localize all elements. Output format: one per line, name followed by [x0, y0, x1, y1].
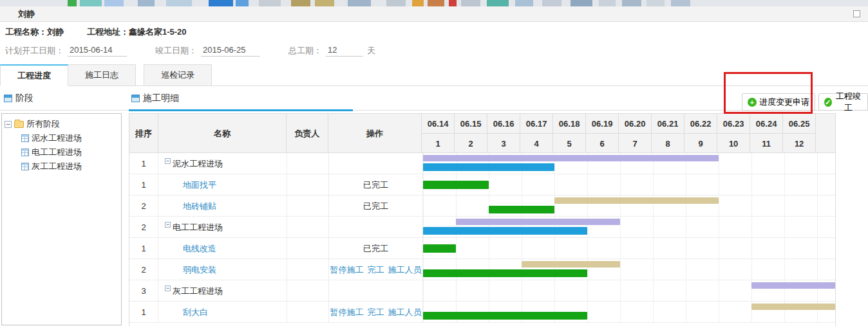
browser-chrome-fragment [428, 0, 444, 6]
task-name-link[interactable]: 地砖铺贴 [183, 201, 216, 212]
operation-link[interactable]: 施工人员 [388, 264, 422, 276]
date-label: 06.23 [717, 114, 750, 134]
window-title: 刘静 [18, 8, 35, 20]
date-label: 06.16 [487, 114, 520, 134]
operation-link[interactable]: 暂停施工 [330, 307, 364, 318]
table-icon [21, 134, 29, 142]
row-sort: 1 [129, 302, 158, 323]
operation-link[interactable]: 施工人员 [388, 307, 422, 318]
browser-chrome-fragment [542, 0, 561, 6]
project-address-label: 工程地址： [87, 27, 129, 37]
duration-input[interactable]: 12 [326, 45, 363, 57]
collapse-icon[interactable]: − [165, 222, 171, 228]
row-operations: 暂停施工完工施工人员 [329, 259, 423, 280]
date-label: 06.22 [684, 114, 717, 134]
operation-link[interactable]: 完工 [368, 264, 384, 276]
task-name-link[interactable]: 电线改造 [183, 243, 216, 255]
date-column-header: 06.207 [619, 114, 652, 152]
day-number-label: 8 [652, 134, 684, 154]
tree-item-label: 灰工工程进场 [32, 161, 82, 172]
row-operations: 已完工 [329, 174, 423, 195]
row-operations: 已完工 [329, 238, 423, 259]
row-name-cell: −电工工程进场 [158, 217, 287, 238]
day-number-label: 11 [750, 134, 782, 154]
day-number-label: 1 [422, 134, 454, 154]
tab-progress[interactable]: 工程进度 [0, 64, 68, 86]
row-operations [329, 217, 423, 238]
browser-chrome-fragment [571, 0, 592, 6]
browser-chrome-fragment [449, 0, 457, 6]
date-column-header: 06.2310 [717, 114, 750, 152]
operation-link[interactable]: 暂停施工 [330, 264, 364, 276]
stage-panel-header: 阶段 [4, 93, 33, 104]
header-filler [816, 114, 835, 152]
tab-bar: 工程进度 施工日志 巡检记录 [0, 64, 868, 86]
panel-header-row: 阶段 施工明细 + 进度变更申请 ✓ 工程竣工 [0, 89, 868, 111]
table-icon [21, 149, 29, 156]
project-completion-button[interactable]: ✓ 工程竣工 [818, 93, 868, 111]
tree-root-all-stages[interactable]: − 所有阶段 [5, 117, 118, 131]
task-name-link[interactable]: 弱电安装 [183, 264, 216, 276]
tree-item-stage[interactable]: 泥水工程进场 [5, 131, 118, 145]
day-number-label: 9 [684, 134, 717, 154]
start-date-label: 计划开工日期： [5, 45, 64, 57]
duration-label: 总工期： [288, 45, 322, 57]
row-name-cell: −灰工工程进场 [158, 280, 287, 302]
gantt-row-area [423, 302, 836, 323]
maximize-icon[interactable] [853, 10, 860, 17]
table-row: 1电线改造已完工 [129, 238, 835, 259]
date-column-header: 06.218 [652, 114, 684, 152]
collapse-icon[interactable]: − [5, 121, 12, 128]
date-label: 06.18 [553, 114, 585, 134]
row-responsible [287, 153, 329, 174]
tab-construction-log[interactable]: 施工日志 [68, 64, 136, 86]
progress-change-request-button[interactable]: + 进度变更申请 [742, 93, 815, 111]
table-header: 排序 名称 负责人 操作 06.14106.15206.16306.17406.… [129, 113, 835, 153]
finish-date-label: 竣工日期： [155, 45, 197, 57]
row-responsible [287, 195, 329, 217]
gantt-bar [423, 244, 456, 253]
finish-date-input[interactable]: 2015-06-25 [201, 45, 260, 57]
plus-icon: + [748, 98, 757, 107]
day-number-label: 2 [455, 134, 487, 154]
gantt-row-area [423, 195, 836, 217]
stage-panel-title: 阶段 [15, 93, 33, 104]
collapse-icon[interactable]: − [165, 158, 171, 164]
status-text: 已完工 [363, 201, 388, 212]
task-name-link[interactable]: 地面找平 [183, 179, 216, 191]
start-date-input[interactable]: 2015-06-14 [68, 45, 127, 57]
tree-item-stage[interactable]: 灰工工程进场 [5, 159, 118, 174]
gantt-row-area [423, 280, 836, 302]
collapse-icon[interactable]: − [165, 285, 171, 291]
detail-panel-header: 施工明细 [131, 93, 179, 104]
gantt-row-area [423, 153, 836, 174]
table-row: 2地砖铺贴已完工 [129, 195, 835, 217]
gantt-row-area [423, 174, 836, 195]
table-row: 1刮大白暂停施工完工施工人员 [129, 302, 835, 323]
task-name-link[interactable]: 刮大白 [183, 307, 208, 318]
row-name-cell: 电线改造 [158, 238, 287, 259]
stage-panel-icon [4, 95, 12, 102]
day-number-label: 3 [487, 134, 520, 154]
gantt-bar [423, 312, 587, 320]
tree-item-stage[interactable]: 电工工程进场 [5, 145, 118, 159]
browser-chrome-fragment [671, 0, 690, 6]
status-text: 已完工 [363, 243, 388, 255]
browser-chrome-fragment [487, 0, 509, 6]
row-name-cell: 地面找平 [158, 174, 287, 195]
progress-change-request-label: 进度变更申请 [759, 96, 809, 108]
date-label: 06.21 [652, 114, 684, 134]
tab-inspection-record[interactable]: 巡检记录 [144, 64, 212, 86]
browser-chrome-fragment [461, 0, 480, 6]
table-row: 3−灰工工程进场 [129, 280, 835, 302]
day-number-label: 7 [619, 134, 651, 154]
row-operations: 已完工 [329, 195, 423, 217]
date-column-header: 06.196 [586, 114, 619, 152]
operation-link[interactable]: 完工 [368, 307, 384, 318]
project-name-label: 工程名称： [5, 27, 47, 37]
browser-chrome-fragment [315, 0, 334, 6]
date-column-header: 06.174 [520, 114, 553, 152]
date-column-header: 06.2512 [783, 114, 816, 152]
window-titlebar: 刘静 [0, 6, 868, 22]
row-sort: 1 [129, 174, 158, 195]
